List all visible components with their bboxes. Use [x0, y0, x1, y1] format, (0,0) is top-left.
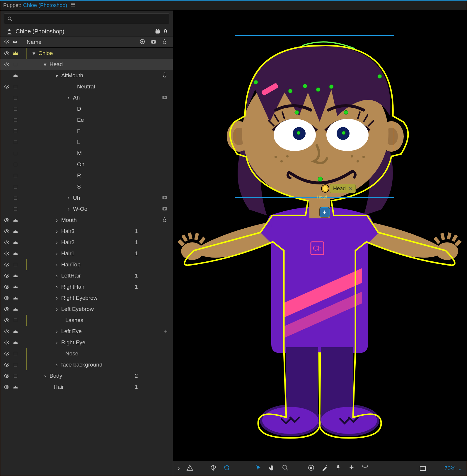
row-d[interactable]: D — [0, 103, 173, 114]
row-label: D — [77, 106, 81, 112]
row-head[interactable]: ▾ Head — [0, 59, 173, 70]
svg-point-7 — [142, 40, 144, 42]
chevron-right-icon[interactable]: › — [55, 362, 59, 368]
row-body[interactable]: ›Body2 — [0, 370, 173, 381]
row-lefthair[interactable]: ›LeftHair1 — [0, 270, 173, 281]
chevron-right-icon[interactable]: › — [55, 239, 59, 246]
row-f[interactable]: F — [0, 126, 173, 137]
chevron-down-icon[interactable]: ▾ — [55, 72, 59, 79]
mesh-icon[interactable] — [210, 464, 217, 472]
stage-viewport[interactable]: Ch — [173, 11, 467, 476]
camera-icon[interactable] — [162, 94, 168, 102]
row-righthair[interactable]: ›RightHair1 — [0, 281, 173, 292]
sparkle-icon[interactable] — [348, 464, 355, 472]
polygon-icon[interactable] — [223, 464, 230, 472]
row-r[interactable]: R — [0, 170, 173, 181]
chevron-right-icon[interactable]: › — [55, 339, 59, 346]
header-prefix: Puppet: — [3, 2, 21, 8]
panel-menu-icon[interactable] — [70, 2, 76, 9]
visibility-col-icon[interactable] — [4, 39, 10, 46]
row-facebg[interactable]: ›face background — [0, 359, 173, 370]
row-hair[interactable]: Hair1 — [0, 381, 173, 393]
row-label: Uh — [73, 195, 80, 201]
puppet-icon — [6, 28, 13, 35]
camera-icon[interactable] — [162, 206, 168, 213]
color-swatch[interactable] — [420, 466, 426, 471]
svg-point-33 — [6, 375, 8, 377]
row-hair2[interactable]: ›Hair21 — [0, 237, 173, 248]
add-icon[interactable]: + — [164, 328, 168, 335]
chevron-right-icon[interactable]: › — [55, 273, 59, 279]
row-left-eye[interactable]: ›Left Eye+ — [0, 326, 173, 337]
pin-icon[interactable] — [335, 464, 342, 472]
camera-icon[interactable] — [162, 194, 168, 202]
puppet-name: Chloe (Photoshop) — [16, 28, 64, 35]
row-hair3[interactable]: ›Hair31 — [0, 226, 173, 237]
puppet-title-link[interactable]: Chloe (Photoshop) — [23, 2, 67, 8]
chevron-right-icon[interactable]: › — [67, 95, 71, 101]
wand-icon[interactable] — [321, 464, 328, 472]
crown-col-icon[interactable] — [12, 39, 18, 46]
row-ah[interactable]: ›Ah — [0, 92, 173, 103]
chevron-right-icon[interactable]: › — [67, 206, 71, 212]
row-label: Right Eyebrow — [61, 295, 98, 301]
chevron-down-icon[interactable]: ⌄ — [457, 465, 462, 472]
row-woo[interactable]: ›W-Oo — [0, 203, 173, 215]
chevron-right-icon[interactable]: › — [55, 228, 59, 234]
row-left-eyebrow[interactable]: ›Left Eyebrow — [0, 304, 173, 315]
chevron-right-icon[interactable]: › — [67, 195, 71, 201]
touch-col-icon[interactable] — [162, 39, 168, 46]
camera-col-icon[interactable] — [151, 39, 156, 46]
row-label: AltMouth — [61, 72, 83, 79]
row-oh[interactable]: Oh — [0, 159, 173, 170]
row-chloe[interactable]: ▾ Chloe — [0, 48, 173, 59]
row-s[interactable]: S — [0, 181, 173, 192]
add-handle-button[interactable]: + — [320, 207, 330, 217]
chevron-right-icon[interactable]: › — [55, 306, 59, 312]
chevron-right-icon[interactable]: › — [55, 217, 59, 223]
zoom-tool-icon[interactable] — [282, 464, 289, 472]
row-ee[interactable]: Ee — [0, 114, 173, 126]
touch-icon[interactable] — [162, 217, 168, 224]
hand-tool-icon[interactable] — [268, 464, 275, 472]
chevron-down-icon[interactable]: ▾ — [32, 50, 36, 57]
head-tag[interactable]: Head✕ — [321, 184, 356, 193]
puppet-header[interactable]: Chloe (Photoshop) 9 — [0, 26, 173, 37]
row-uh[interactable]: ›Uh — [0, 192, 173, 203]
chevron-right-icon[interactable]: › — [55, 295, 59, 301]
chevron-right-icon[interactable]: › — [55, 250, 59, 257]
svg-point-71 — [283, 465, 287, 469]
selection-box[interactable] — [235, 35, 394, 198]
chevron-down-icon[interactable]: ▾ — [43, 61, 47, 68]
row-nose[interactable]: Nose — [0, 348, 173, 359]
chevron-right-icon[interactable]: › — [43, 373, 47, 379]
row-l[interactable]: L — [0, 137, 173, 148]
chevron-right-icon[interactable]: › — [178, 465, 180, 472]
row-lashes[interactable]: Lashes — [0, 315, 173, 326]
search-input-wrap[interactable] — [4, 13, 169, 24]
row-hair1[interactable]: ›Hair11 — [0, 248, 173, 259]
svg-rect-2 — [156, 30, 160, 33]
close-icon[interactable]: ✕ — [348, 185, 352, 192]
row-right-eyebrow[interactable]: ›Right Eyebrow — [0, 292, 173, 304]
warning-icon[interactable] — [186, 464, 193, 472]
chevron-right-icon[interactable]: › — [55, 261, 59, 268]
zoom-level[interactable]: 70%⌄ — [444, 465, 462, 472]
chevron-right-icon[interactable]: › — [55, 284, 59, 290]
row-altmouth[interactable]: ▾ AltMouth — [0, 70, 173, 81]
row-neutral[interactable]: Neutral — [0, 81, 173, 92]
record-icon[interactable] — [308, 464, 315, 472]
row-mouth[interactable]: ›Mouth — [0, 215, 173, 226]
row-right-eye[interactable]: ›Right Eye — [0, 337, 173, 348]
row-hairtop[interactable]: ›HairTop — [0, 259, 173, 270]
dangle-icon[interactable] — [362, 464, 369, 472]
chevron-right-icon[interactable]: › — [55, 328, 59, 335]
arrow-tool-icon[interactable] — [255, 464, 262, 472]
search-input[interactable] — [13, 16, 166, 21]
touch-icon[interactable] — [162, 72, 168, 79]
svg-point-27 — [6, 309, 8, 310]
row-m[interactable]: M — [0, 148, 173, 159]
origin-handle-icon[interactable] — [321, 184, 329, 193]
record-col-icon[interactable] — [139, 39, 145, 46]
row-label: Hair1 — [61, 250, 74, 257]
